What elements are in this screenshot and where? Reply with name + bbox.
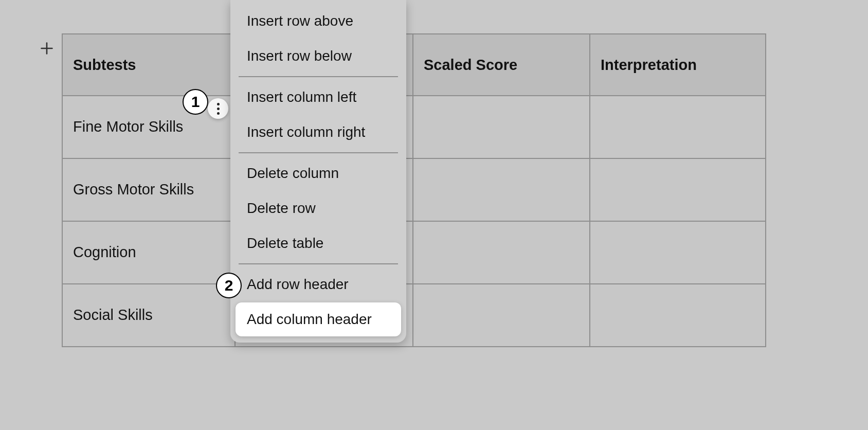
context-menu-item[interactable]: Insert row below <box>236 39 401 73</box>
table-row: Fine Motor Skills <box>62 96 766 158</box>
table-row: Social Skills <box>62 284 766 347</box>
menu-divider <box>239 152 398 153</box>
table-cell[interactable] <box>590 221 766 284</box>
context-menu-item[interactable]: Delete table <box>236 226 401 260</box>
context-menu-item[interactable]: Add column header <box>236 302 401 336</box>
table-cell[interactable] <box>413 284 590 347</box>
table-context-menu: Insert row aboveInsert row belowInsert c… <box>230 0 406 343</box>
table-cell[interactable] <box>590 158 766 221</box>
plus-icon <box>40 41 54 56</box>
context-menu-item[interactable]: Insert row above <box>236 4 401 38</box>
context-menu-item[interactable]: Insert column left <box>236 80 401 114</box>
table-cell[interactable]: Gross Motor Skills <box>62 158 235 221</box>
callout-badge-1: 1 <box>183 89 208 115</box>
data-table[interactable]: Subtests Scaled Score Interpretation Fin… <box>62 33 766 347</box>
column-header[interactable]: Subtests <box>62 34 235 96</box>
table-header-row: Subtests Scaled Score Interpretation <box>62 34 766 96</box>
column-header[interactable]: Interpretation <box>590 34 766 96</box>
add-table-handle[interactable] <box>38 39 56 58</box>
context-menu-item[interactable]: Insert column right <box>236 115 401 149</box>
context-menu-item[interactable]: Delete row <box>236 191 401 225</box>
context-menu-item[interactable]: Delete column <box>236 156 401 190</box>
context-menu-item[interactable]: Add row header <box>236 267 401 301</box>
table-row: Cognition <box>62 221 766 284</box>
table-cell[interactable] <box>590 96 766 158</box>
table-cell[interactable]: Cognition <box>62 221 235 284</box>
table-cell[interactable] <box>590 284 766 347</box>
cell-options-button[interactable] <box>208 98 228 119</box>
callout-badge-2: 2 <box>216 273 242 298</box>
kebab-icon <box>217 103 220 115</box>
menu-divider <box>239 76 398 77</box>
table-row: Gross Motor Skills <box>62 158 766 221</box>
table-cell[interactable] <box>413 221 590 284</box>
table-cell[interactable] <box>413 158 590 221</box>
column-header[interactable]: Scaled Score <box>413 34 590 96</box>
table-cell[interactable]: Social Skills <box>62 284 235 347</box>
menu-divider <box>239 263 398 264</box>
table-cell[interactable] <box>413 96 590 158</box>
